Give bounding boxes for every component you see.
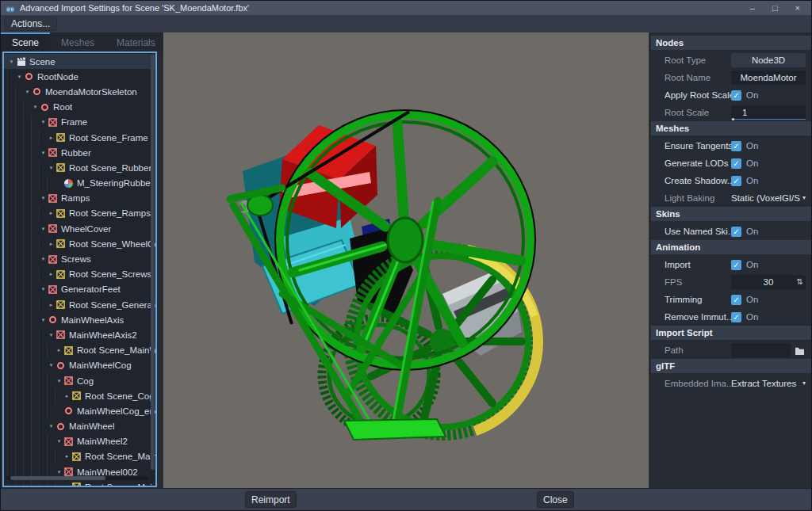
ensure-tangents-checkbox[interactable]: ✓ bbox=[731, 141, 741, 151]
root-name-value[interactable]: MoendaMotor bbox=[731, 71, 806, 85]
tab-materials[interactable]: Materials bbox=[105, 32, 167, 51]
tree-row[interactable]: ▾MoendaMotorSkeleton bbox=[4, 84, 155, 99]
tree-row[interactable]: ▸Root Scene_MainWheel002 bbox=[4, 479, 155, 487]
spinner-updown-icon[interactable]: ⇅ bbox=[797, 275, 803, 289]
tab-scene[interactable]: Scene bbox=[1, 32, 50, 51]
path-value[interactable] bbox=[731, 343, 806, 357]
tree-row[interactable]: ▾GeneratorFeet bbox=[4, 282, 155, 297]
tree-row[interactable]: ▸Root Scene_GeneratorFeet bbox=[4, 297, 155, 312]
generate-lods-checkbox[interactable]: ✓ bbox=[731, 158, 741, 169]
section-header-gltf[interactable]: glTF bbox=[651, 359, 811, 373]
chevron-down-icon[interactable]: ▾ bbox=[39, 226, 48, 232]
titlebar[interactable]: Advanced Import Settings for Scene 'SK_M… bbox=[1, 1, 811, 15]
slider-track[interactable] bbox=[731, 119, 806, 120]
chevron-right-icon[interactable]: ▸ bbox=[47, 241, 56, 247]
tree-row[interactable]: ▾Ramps bbox=[4, 191, 155, 206]
apply-root-scale-value[interactable]: ✓On bbox=[731, 88, 806, 102]
chevron-down-icon[interactable]: ▾ bbox=[15, 74, 24, 80]
chevron-down-icon[interactable]: ▾ bbox=[39, 317, 48, 323]
remove-immut-checkbox[interactable]: ✓ bbox=[731, 312, 741, 322]
actions-button[interactable]: Actions... bbox=[4, 17, 57, 31]
chevron-down-icon[interactable]: ▾ bbox=[39, 150, 48, 156]
tree-row[interactable]: MainWheelCog_end bbox=[4, 403, 155, 418]
tab-meshes[interactable]: Meshes bbox=[50, 32, 105, 51]
create-shadow-value[interactable]: ✓On bbox=[731, 174, 806, 188]
fps-value[interactable]: 30⇅ bbox=[731, 275, 806, 289]
import-checkbox[interactable]: ✓ bbox=[731, 260, 741, 270]
tree-row[interactable]: ▾MainWheelAxis bbox=[4, 312, 155, 327]
generate-lods-value[interactable]: ✓On bbox=[731, 156, 806, 170]
tree-row[interactable]: ▾Scene bbox=[4, 54, 155, 69]
apply-root-scale-checkbox[interactable]: ✓ bbox=[731, 90, 741, 101]
reimport-button[interactable]: Reimport bbox=[245, 491, 297, 508]
tree-row[interactable]: ▾MainWheel bbox=[4, 419, 155, 434]
section-header-skins[interactable]: Skins bbox=[651, 207, 811, 221]
tree-row[interactable]: ▾Screws bbox=[4, 251, 155, 266]
tree-row[interactable]: ▸Root Scene_Screws bbox=[4, 267, 155, 282]
trimming-value[interactable]: ✓On bbox=[731, 292, 806, 307]
tree-row[interactable]: ▸Root Scene_MainWheel2 bbox=[4, 449, 155, 464]
slider-grabber[interactable] bbox=[732, 118, 734, 120]
use-named-ski-checkbox[interactable]: ✓ bbox=[731, 227, 741, 237]
section-header-meshes[interactable]: Meshes bbox=[651, 121, 811, 135]
chevron-down-icon[interactable]: ▾ bbox=[55, 438, 63, 444]
path-field[interactable] bbox=[731, 343, 791, 357]
tree-horizontal-scrollbar[interactable] bbox=[6, 476, 148, 480]
chevron-down-icon[interactable]: ▾ bbox=[55, 378, 63, 384]
tree-row[interactable]: M_SteeringRubber bbox=[4, 176, 155, 191]
tree-row[interactable]: ▾WheelCover bbox=[4, 221, 155, 236]
folder-icon[interactable] bbox=[793, 344, 806, 357]
chevron-right-icon[interactable]: ▸ bbox=[63, 393, 71, 399]
tree-row[interactable]: ▸Root Scene_Cog bbox=[4, 388, 155, 403]
3d-preview-viewport[interactable] bbox=[163, 32, 649, 490]
minimize-button[interactable]: – bbox=[750, 1, 755, 15]
chevron-down-icon[interactable]: ▾ bbox=[39, 286, 48, 292]
maximize-button[interactable]: □ bbox=[772, 1, 778, 15]
chevron-right-icon[interactable]: ▸ bbox=[63, 484, 71, 487]
chevron-right-icon[interactable]: ▸ bbox=[47, 135, 56, 141]
root-type-value[interactable]: Node3D bbox=[731, 53, 806, 67]
section-header-animation[interactable]: Animation bbox=[651, 240, 811, 254]
chevron-right-icon[interactable]: ▸ bbox=[47, 271, 56, 277]
chevron-down-icon[interactable]: ▾ bbox=[23, 89, 32, 95]
light-baking-value[interactable]: Static (VoxelGI/S▾ bbox=[731, 191, 806, 205]
tree-row[interactable]: ▾Rubber bbox=[4, 145, 155, 160]
tree-row[interactable]: ▾MainWheelCog bbox=[4, 358, 155, 373]
remove-immut-value[interactable]: ✓On bbox=[731, 310, 806, 324]
section-header-nodes[interactable]: Nodes bbox=[651, 36, 811, 50]
create-shadow-checkbox[interactable]: ✓ bbox=[731, 176, 741, 186]
tree-row[interactable]: ▾Root bbox=[4, 100, 155, 115]
tree-vertical-scrollbar[interactable] bbox=[151, 55, 155, 470]
tree-row[interactable]: ▾Frame bbox=[4, 115, 155, 130]
chevron-down-icon[interactable]: ▾ bbox=[31, 104, 40, 110]
embedded-ima-value[interactable]: Extract Textures▾ bbox=[731, 376, 806, 391]
chevron-right-icon[interactable]: ▸ bbox=[55, 347, 63, 353]
chevron-down-icon[interactable]: ▾ bbox=[47, 332, 56, 338]
chevron-down-icon[interactable]: ▾ bbox=[47, 362, 56, 368]
tree-row[interactable]: ▾Cog bbox=[4, 373, 155, 388]
tree-row[interactable]: ▸Root Scene_MainWheelAxis2 bbox=[4, 343, 155, 358]
scrollbar-thumb[interactable] bbox=[10, 476, 105, 480]
trimming-checkbox[interactable]: ✓ bbox=[731, 295, 741, 305]
chevron-down-icon[interactable]: ▾ bbox=[55, 469, 63, 475]
use-named-ski-value[interactable]: ✓On bbox=[731, 224, 806, 238]
window-close-button[interactable]: × bbox=[795, 1, 800, 15]
tree-row[interactable]: ▾Root Scene_Rubber bbox=[4, 160, 155, 175]
chevron-down-icon[interactable]: ▾ bbox=[39, 256, 48, 262]
import-value[interactable]: ✓On bbox=[731, 257, 806, 272]
chevron-down-icon[interactable]: ▾ bbox=[47, 423, 56, 429]
chevron-down-icon[interactable]: ▾ bbox=[7, 59, 16, 65]
section-header-import-script[interactable]: Import Script bbox=[651, 326, 811, 340]
tree-row[interactable]: ▸Root Scene_Ramps bbox=[4, 206, 155, 221]
chevron-down-icon[interactable]: ▾ bbox=[39, 119, 48, 125]
root-scale-value[interactable]: 1 bbox=[731, 105, 806, 120]
chevron-right-icon[interactable]: ▸ bbox=[63, 453, 71, 460]
tree-row[interactable]: ▾MainWheelAxis2 bbox=[4, 327, 155, 342]
ensure-tangents-value[interactable]: ✓On bbox=[731, 139, 806, 153]
chevron-down-icon[interactable]: ▾ bbox=[47, 165, 56, 171]
tree-row[interactable]: ▾MainWheel2 bbox=[4, 434, 155, 449]
tree-row[interactable]: ▸Root Scene_Frame bbox=[4, 130, 155, 145]
chevron-down-icon[interactable]: ▾ bbox=[39, 195, 48, 201]
tree-row[interactable]: ▾RootNode bbox=[4, 69, 155, 84]
chevron-right-icon[interactable]: ▸ bbox=[47, 210, 56, 216]
